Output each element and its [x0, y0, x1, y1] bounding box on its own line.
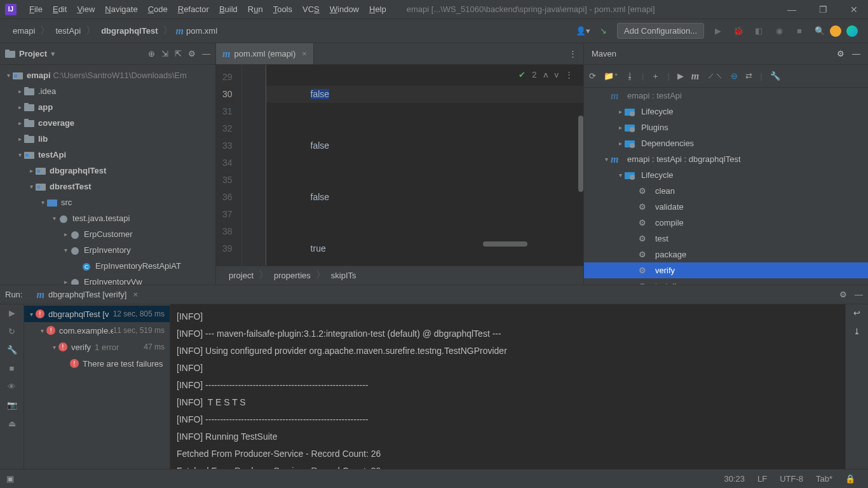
- minimize-icon[interactable]: —: [782, 4, 801, 15]
- toggle-skip-tests-icon[interactable]: ⊖: [731, 71, 738, 81]
- menu-code[interactable]: Code: [143, 4, 173, 14]
- show-dependencies-icon[interactable]: ⇄: [745, 71, 752, 81]
- close-tab-icon[interactable]: ×: [133, 290, 139, 299]
- tree-node[interactable]: src: [0, 194, 215, 210]
- maven-node[interactable]: Lifecycle: [584, 104, 868, 119]
- more-icon[interactable]: ⋮: [569, 49, 577, 58]
- stop-icon[interactable]: ■: [10, 363, 15, 373]
- close-icon[interactable]: ✕: [845, 4, 863, 15]
- caret-position[interactable]: 30:23: [717, 474, 751, 484]
- tree-node[interactable]: .idea: [0, 83, 215, 99]
- breadcrumb[interactable]: emapi: [10, 26, 37, 36]
- collapse-all-icon[interactable]: ⇱: [175, 49, 182, 58]
- tree-node[interactable]: lib: [0, 131, 215, 147]
- tool-windows-icon[interactable]: ▣: [6, 474, 14, 484]
- rerun-failed-icon[interactable]: ↻: [8, 327, 15, 336]
- breadcrumb[interactable]: pom.xml: [184, 26, 220, 36]
- tree-node[interactable]: CErpInventoryRestApiAT: [0, 258, 215, 274]
- hide-icon[interactable]: —: [202, 49, 210, 58]
- tree-node[interactable]: ErpCustomer: [0, 226, 215, 242]
- tree-node[interactable]: dbrestTest: [0, 179, 215, 194]
- add-configuration-button[interactable]: Add Configuration...: [617, 23, 704, 39]
- maven-node[interactable]: ⚙validate: [584, 199, 868, 215]
- editor-tab[interactable]: m pom.xml (emapi) ×: [216, 43, 314, 64]
- hide-icon[interactable]: —: [855, 290, 863, 299]
- execute-maven-icon[interactable]: m: [691, 71, 699, 82]
- chevron-down-icon[interactable]: ▾: [51, 49, 55, 58]
- project-tree[interactable]: emapi C:\Users\SantroW11\Downloads\Em .i…: [0, 65, 215, 285]
- test-node[interactable]: !dbgraphqlTest [v12 sec, 805 ms: [24, 306, 170, 322]
- scrollbar-vertical[interactable]: [578, 116, 583, 192]
- inspection-more-icon[interactable]: ⋮: [565, 70, 573, 79]
- maven-node[interactable]: Plugins: [584, 119, 868, 135]
- coverage-icon[interactable]: ◧: [750, 22, 768, 40]
- stop-icon[interactable]: ■: [790, 22, 808, 40]
- exit-icon[interactable]: ⏏: [8, 419, 16, 428]
- line-separator[interactable]: LF: [751, 474, 773, 484]
- test-node[interactable]: !com.example.e11 sec, 519 ms: [24, 322, 170, 339]
- tree-node[interactable]: app: [0, 99, 215, 115]
- toggle-offline-icon[interactable]: ⟋⟍: [707, 71, 723, 81]
- settings-icon[interactable]: ⚙: [839, 290, 847, 299]
- maven-tree[interactable]: memapi : testApiLifecyclePluginsDependen…: [584, 88, 868, 285]
- test-tree[interactable]: !dbgraphqlTest [v12 sec, 805 ms!com.exam…: [24, 304, 170, 469]
- tree-node[interactable]: ErpInventoryVw: [0, 274, 215, 285]
- project-header-label[interactable]: Project: [19, 49, 47, 58]
- tree-node[interactable]: test.java.testapi: [0, 210, 215, 226]
- maximize-icon[interactable]: ❐: [814, 4, 832, 15]
- maven-node[interactable]: ⚙clean: [584, 183, 868, 199]
- menu-refactor[interactable]: Refactor: [173, 4, 214, 14]
- breadcrumb[interactable]: dbgraphqlTest: [98, 26, 160, 36]
- maven-node[interactable]: ⚙install: [584, 278, 868, 285]
- menu-vcs[interactable]: VCS: [297, 4, 325, 14]
- rerun-icon[interactable]: ▶: [9, 308, 15, 318]
- maven-node[interactable]: ⚙verify: [584, 262, 868, 278]
- maven-node[interactable]: ⚙test: [584, 231, 868, 247]
- test-node[interactable]: !There are test failures: [24, 355, 170, 372]
- menu-tools[interactable]: Tools: [268, 4, 297, 14]
- menu-file[interactable]: File: [24, 4, 48, 14]
- hammer-icon[interactable]: ↘: [594, 22, 612, 40]
- tree-node[interactable]: dbgraphqlTest: [0, 163, 215, 179]
- download-sources-icon[interactable]: ⭳: [626, 71, 634, 81]
- maven-settings-icon[interactable]: 🔧: [770, 71, 780, 81]
- expand-all-icon[interactable]: ⇲: [161, 49, 168, 58]
- console-output[interactable]: [INFO][INFO] --- maven-failsafe-plugin:3…: [170, 304, 845, 469]
- tree-node[interactable]: ErpInventory: [0, 242, 215, 258]
- maven-node[interactable]: memapi : testApi: [584, 88, 868, 104]
- file-encoding[interactable]: UTF-8: [773, 474, 810, 484]
- menu-build[interactable]: Build: [214, 4, 243, 14]
- menu-run[interactable]: Run: [243, 4, 268, 14]
- show-passed-icon[interactable]: 👁: [8, 382, 16, 391]
- hide-icon[interactable]: —: [852, 49, 860, 58]
- breadcrumb[interactable]: testApi: [53, 26, 83, 36]
- menu-view[interactable]: View: [72, 4, 100, 14]
- run-icon[interactable]: ▶: [709, 22, 727, 40]
- settings-icon[interactable]: ⚙: [188, 49, 196, 58]
- project-root[interactable]: emapi C:\Users\SantroW11\Downloads\Em: [0, 67, 215, 83]
- jetbrains-toolbox-icon[interactable]: [846, 25, 858, 37]
- menu-navigate[interactable]: Navigate: [100, 4, 142, 14]
- search-icon[interactable]: 🔍: [811, 22, 829, 40]
- test-node[interactable]: !verify1 error47 ms: [24, 339, 170, 355]
- debug-icon[interactable]: 🐞: [729, 22, 747, 40]
- menu-window[interactable]: Window: [325, 4, 364, 14]
- scrollbar-horizontal[interactable]: [483, 241, 527, 247]
- ide-update-icon[interactable]: [830, 25, 841, 37]
- dump-threads-icon[interactable]: 📷: [7, 400, 17, 410]
- menu-edit[interactable]: Edit: [48, 4, 72, 14]
- inspection-check-icon[interactable]: ✔: [519, 70, 526, 79]
- maven-node[interactable]: Dependencies: [584, 135, 868, 151]
- run-maven-icon[interactable]: ▶: [677, 71, 684, 81]
- tree-node[interactable]: testApi: [0, 147, 215, 163]
- generate-sources-icon[interactable]: 📁⁺: [604, 71, 618, 81]
- tree-node[interactable]: coverage: [0, 115, 215, 131]
- code-area[interactable]: 2930313233343536373839 falsefalsefalsetr…: [216, 65, 583, 266]
- maven-node[interactable]: Lifecycle: [584, 167, 868, 183]
- maven-node[interactable]: memapi : testApi : dbgraphqlTest: [584, 151, 868, 167]
- profile-icon[interactable]: ◉: [770, 22, 788, 40]
- close-tab-icon[interactable]: ×: [302, 49, 307, 58]
- editor-breadcrumbs[interactable]: project 〉 properties 〉 skipITs: [216, 266, 583, 285]
- next-highlight-icon[interactable]: v: [555, 70, 559, 79]
- user-icon[interactable]: 👤▾: [574, 22, 592, 40]
